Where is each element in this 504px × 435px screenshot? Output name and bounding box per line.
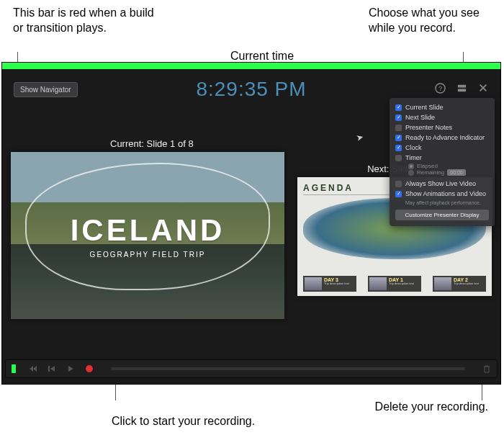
show-navigator-button[interactable]: Show Navigator [14, 82, 78, 97]
play-icon[interactable] [66, 364, 75, 373]
svg-text:?: ? [438, 85, 441, 92]
option-next-slide[interactable]: ✓Next Slide [395, 112, 489, 122]
timeline-track[interactable] [111, 367, 465, 370]
record-button[interactable] [85, 364, 94, 373]
day-card: DAY 2 Trip description text [433, 276, 486, 292]
display-options-popover: ✓Current Slide ✓Next Slide Presenter Not… [390, 98, 495, 226]
option-timer[interactable]: Timer [395, 153, 489, 163]
slide-title: ICELAND [71, 213, 225, 248]
status-bar [2, 63, 500, 69]
option-show-animations[interactable]: ✓Show Animations and Video [395, 189, 489, 199]
current-slide-preview[interactable]: ICELAND GEOGRAPHY FIELD TRIP [11, 152, 284, 319]
current-slide-label: Current: Slide 1 of 8 [110, 138, 194, 149]
option-live-video[interactable]: Always Show Live Video [395, 179, 489, 189]
level-indicator [12, 364, 16, 373]
svg-rect-2 [457, 84, 465, 87]
callout-display-options: Choose what you see while you record. [369, 6, 491, 36]
svg-rect-3 [457, 89, 465, 91]
option-ready-indicator[interactable]: ✓Ready to Advance Indicator [395, 133, 489, 143]
timer-remaining-radio[interactable]: Remaining00:00 [408, 169, 489, 176]
clock-display: 8:29:35 PM [196, 78, 306, 101]
help-icon[interactable]: ? [434, 82, 446, 94]
day-card: DAY 3 Trip description text [303, 276, 356, 292]
restart-icon[interactable] [48, 364, 56, 373]
trash-icon[interactable] [482, 364, 491, 373]
customize-display-button[interactable]: Customize Presenter Display [395, 210, 489, 220]
slide-subtitle: GEOGRAPHY FIELD TRIP [90, 251, 206, 259]
day-card: DAY 1 Trip description text [368, 276, 421, 292]
callout-status-bar: This bar is red when a build or transiti… [13, 6, 157, 36]
option-clock[interactable]: ✓Clock [395, 143, 489, 153]
recording-toolbar [5, 359, 498, 378]
option-current-slide[interactable]: ✓Current Slide [395, 102, 489, 112]
rewind-icon[interactable] [29, 364, 37, 373]
performance-note: May affect playback performance. [405, 200, 489, 205]
callout-delete-recording: Delete your recording. [375, 400, 488, 415]
cursor-icon: ➤ [355, 132, 364, 143]
layout-options-icon[interactable] [456, 82, 467, 94]
timer-elapsed-radio[interactable]: Elapsed [408, 163, 489, 169]
svg-rect-4 [48, 366, 50, 372]
presenter-display: Show Navigator 8:29:35 PM ? Current: Sli… [2, 69, 500, 384]
close-icon[interactable] [477, 82, 489, 94]
option-presenter-notes[interactable]: Presenter Notes [395, 122, 489, 133]
callout-start-recording: Click to start your recording. [112, 414, 255, 429]
